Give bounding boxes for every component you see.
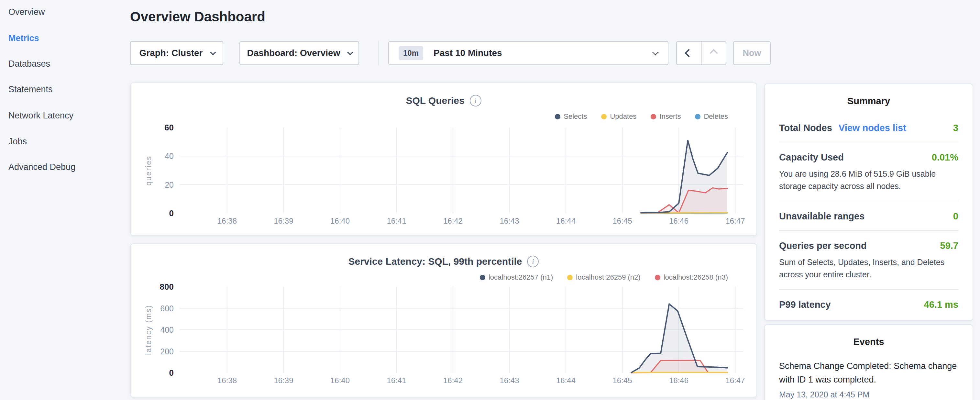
sidebar-item-databases[interactable]: Databases — [8, 57, 50, 70]
legend-label: localhost:26258 (n3) — [663, 273, 728, 282]
summary-row: Total NodesView nodes list3 — [779, 113, 958, 142]
chevron-down-icon — [347, 49, 353, 55]
legend-dot-icon — [555, 114, 560, 120]
legend-dot-icon — [651, 114, 656, 120]
legend-label: localhost:26259 (n2) — [576, 273, 640, 282]
chart-title: SQL Queries — [406, 95, 464, 106]
x-axis-tick-label: 16:45 — [603, 376, 642, 385]
chevron-left-icon — [685, 49, 693, 57]
x-axis-tick-label: 16:46 — [659, 217, 698, 226]
time-window-badge: 10m — [399, 46, 423, 60]
x-axis-tick-label: 16:44 — [546, 376, 585, 385]
sidebar-item-advanced-debug[interactable]: Advanced Debug — [8, 161, 75, 174]
chart-title-row: Service Latency: SQL, 99th percentile i — [131, 255, 756, 268]
chart-title: Service Latency: SQL, 99th percentile — [348, 256, 522, 267]
y-axis-tick-label: 800 — [142, 282, 174, 292]
events-title: Events — [765, 336, 972, 347]
events-list: Schema Change Completed: Schema change w… — [779, 360, 958, 399]
summary-row-value: 59.7 — [940, 241, 958, 251]
x-axis-tick-label: 16:42 — [434, 217, 473, 226]
summary-row-label: Total Nodes — [779, 123, 832, 133]
x-axis-tick-label: 16:39 — [264, 217, 303, 226]
x-axis-tick-label: 16:45 — [603, 217, 642, 226]
event-item: Schema Change Completed: Schema change w… — [779, 360, 958, 399]
info-icon[interactable]: i — [527, 256, 539, 267]
sidebar-nav: OverviewMetricsDatabasesStatementsNetwor… — [0, 0, 130, 400]
controls-divider — [378, 41, 379, 65]
sidebar-item-network-latency[interactable]: Network Latency — [8, 109, 73, 122]
x-axis-tick-label: 16:47 — [716, 376, 755, 385]
sidebar-item-metrics[interactable]: Metrics — [8, 32, 39, 45]
legend-dot-icon — [601, 114, 607, 120]
summary-row: Unavailable ranges0 — [779, 201, 958, 230]
x-axis-tick-label: 16:39 — [264, 376, 303, 385]
x-axis-tick-label: 16:44 — [546, 217, 585, 226]
legend-dot-icon — [480, 275, 485, 280]
x-axis-tick-label: 16:41 — [377, 217, 416, 226]
x-axis-tick-label: 16:38 — [208, 217, 247, 226]
y-axis-tick-label: 0 — [142, 208, 174, 218]
next-time-button[interactable] — [701, 42, 726, 64]
legend-item: Deletes — [695, 112, 728, 121]
summary-row-head: Queries per second59.7 — [779, 241, 958, 251]
sidebar-item-statements[interactable]: Statements — [8, 83, 53, 96]
chart-plot-area[interactable] — [177, 124, 743, 216]
summary-row-head: Total NodesView nodes list3 — [779, 123, 958, 133]
x-axis-tick-label: 16:41 — [377, 376, 416, 385]
legend-label: Deletes — [704, 112, 728, 121]
summary-row-label: Queries per second — [779, 241, 867, 251]
service-latency-chart-card: Service Latency: SQL, 99th percentile i … — [130, 243, 757, 397]
sidebar-item-overview[interactable]: Overview — [8, 5, 45, 18]
dashboard-dropdown[interactable]: Dashboard: Overview — [239, 41, 359, 65]
sql-queries-chart-card: SQL Queries i SelectsUpdatesInsertsDelet… — [130, 83, 757, 236]
legend-item: localhost:26259 (n2) — [567, 273, 640, 282]
summary-row-label: Unavailable ranges — [779, 211, 864, 222]
x-axis-tick-label: 16:43 — [490, 376, 529, 385]
graph-scope-dropdown[interactable]: Graph: Cluster — [130, 41, 223, 65]
chart-title-row: SQL Queries i — [131, 94, 756, 107]
dashboard-dropdown-label: Dashboard: Overview — [247, 48, 340, 58]
event-timestamp: May 13, 2020 at 4:45 PM — [779, 390, 958, 399]
summary-row-head: Unavailable ranges0 — [779, 211, 958, 222]
previous-time-button[interactable] — [677, 42, 701, 64]
legend-item: localhost:26258 (n3) — [655, 273, 728, 282]
summary-row-label: P99 latency — [779, 300, 831, 310]
y-axis-label: queries — [144, 155, 153, 185]
summary-row-value: 46.1 ms — [924, 300, 958, 310]
chart-plot-area[interactable] — [177, 284, 743, 378]
time-window-selector[interactable]: 10m Past 10 Minutes — [388, 41, 668, 65]
chevron-down-icon — [652, 49, 659, 55]
graph-scope-dropdown-label: Graph: Cluster — [139, 48, 202, 58]
time-step-buttons — [676, 41, 726, 65]
y-axis-label: latency (ms) — [144, 304, 153, 355]
summary-row: P99 latency46.1 ms — [779, 289, 958, 319]
summary-rows: Total NodesView nodes list3Capacity Used… — [779, 113, 958, 319]
x-axis-tick-label: 16:43 — [490, 217, 529, 226]
page-title: Overview Dashboard — [130, 9, 265, 25]
chart-legend: SelectsUpdatesInsertsDeletes — [555, 112, 728, 121]
summary-row-description: Sum of Selects, Updates, Inserts, and De… — [779, 256, 958, 280]
y-axis-tick-label: 0 — [142, 368, 174, 378]
x-axis-tick-label: 16:38 — [208, 376, 247, 385]
legend-label: Selects — [563, 112, 587, 121]
summary-row: Capacity Used0.01%You are using 28.6 MiB… — [779, 142, 958, 201]
x-axis-tick-label: 16:40 — [321, 217, 360, 226]
sidebar-item-jobs[interactable]: Jobs — [8, 135, 27, 148]
legend-item: Inserts — [651, 112, 681, 121]
x-axis-tick-label: 16:40 — [321, 376, 360, 385]
x-axis-tick-label: 16:47 — [716, 217, 755, 226]
events-panel: Events Schema Change Completed: Schema c… — [764, 324, 973, 400]
legend-label: Inserts — [659, 112, 681, 121]
summary-row-head: Capacity Used0.01% — [779, 152, 958, 163]
legend-dot-icon — [567, 275, 573, 280]
x-axis-tick-label: 16:42 — [434, 376, 473, 385]
now-button[interactable]: Now — [733, 41, 771, 65]
view-nodes-list-link[interactable]: View nodes list — [838, 123, 906, 133]
summary-row-value: 0.01% — [932, 152, 958, 163]
event-text: Schema Change Completed: Schema change w… — [779, 360, 958, 387]
info-icon[interactable]: i — [470, 95, 481, 107]
y-axis-tick-label: 60 — [142, 122, 174, 133]
summary-row-head: P99 latency46.1 ms — [779, 300, 958, 310]
legend-label: localhost:26257 (n1) — [488, 273, 553, 282]
legend-item: Selects — [555, 112, 587, 121]
